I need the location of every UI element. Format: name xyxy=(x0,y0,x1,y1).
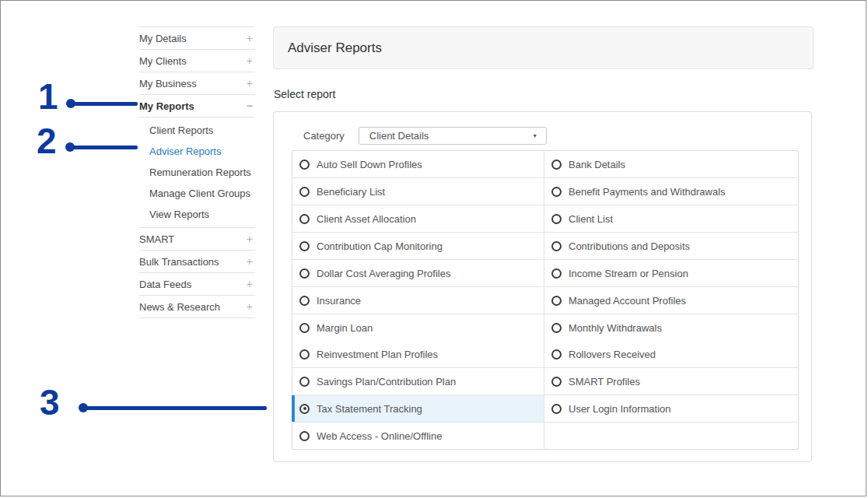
plus-icon[interactable]: + xyxy=(247,54,255,67)
table-row: Dollar Cost Averaging Profiles Income St… xyxy=(292,260,798,287)
radio-icon[interactable] xyxy=(551,268,562,279)
radio-icon[interactable] xyxy=(551,214,562,224)
my-reports-submenu: Client Reports Adviser Reports Remunerat… xyxy=(139,117,255,228)
report-option[interactable]: Beneficiary List xyxy=(292,178,544,205)
page-title: Adviser Reports xyxy=(288,40,382,56)
report-option-label: Savings Plan/Contribution Plan xyxy=(317,376,456,388)
report-option[interactable]: Web Access - Online/Offline xyxy=(292,423,544,449)
empty-option-slot xyxy=(544,423,798,449)
radio-icon[interactable] xyxy=(299,431,310,441)
radio-icon[interactable] xyxy=(551,349,562,359)
report-option[interactable]: Auto Sell Down Profiles xyxy=(292,151,544,177)
plus-icon[interactable]: + xyxy=(247,32,255,44)
table-row: Beneficiary List Benefit Payments and Wi… xyxy=(292,178,798,205)
sidebar-item-my-clients[interactable]: My Clients + xyxy=(139,50,255,72)
table-row: Tax Statement Tracking User Login Inform… xyxy=(292,395,798,423)
report-option[interactable]: Savings Plan/Contribution Plan xyxy=(292,368,544,395)
table-row: Contribution Cap Monitoring Contribution… xyxy=(292,233,798,260)
report-option[interactable]: Client List xyxy=(544,205,798,232)
report-cell: Web Access - Online/Offline xyxy=(292,423,544,449)
report-panel: Category Client Details ▾ Auto Sell Down… xyxy=(273,111,812,462)
radio-icon[interactable] xyxy=(551,404,562,414)
sidebar-item-adviser-reports[interactable]: Adviser Reports xyxy=(139,141,255,162)
radio-selected-icon[interactable] xyxy=(299,404,310,414)
radio-icon[interactable] xyxy=(551,160,562,170)
minus-icon[interactable]: − xyxy=(247,100,255,112)
select-report-label: Select report xyxy=(274,88,335,100)
radio-icon[interactable] xyxy=(551,377,562,387)
category-label: Category xyxy=(303,130,345,142)
sidebar-item-remuneration-reports[interactable]: Remuneration Reports xyxy=(139,162,255,183)
radio-icon[interactable] xyxy=(299,323,310,333)
sidebar-item-bulk-transactions[interactable]: Bulk Transactions + xyxy=(139,251,255,273)
report-cell: User Login Information xyxy=(544,395,798,422)
report-option[interactable]: Tax Statement Tracking xyxy=(292,395,544,422)
category-row: Category Client Details ▾ xyxy=(303,127,547,145)
sidebar-item-my-business[interactable]: My Business + xyxy=(139,72,255,95)
plus-icon[interactable]: + xyxy=(247,77,255,89)
radio-icon[interactable] xyxy=(299,187,310,197)
report-option-label: User Login Information xyxy=(569,403,671,415)
report-option[interactable]: Client Asset Allocation xyxy=(292,205,544,232)
plus-icon[interactable]: + xyxy=(247,278,255,290)
report-cell: Bank Details xyxy=(544,151,798,177)
sidebar-item-label: SMART xyxy=(139,233,174,245)
category-select[interactable]: Client Details ▾ xyxy=(359,127,547,145)
report-option[interactable]: Contribution Cap Monitoring xyxy=(292,233,544,259)
table-row: Auto Sell Down Profiles Bank Details xyxy=(292,151,798,178)
radio-icon[interactable] xyxy=(299,349,310,359)
sidebar-item-label: My Reports xyxy=(139,100,194,112)
radio-icon[interactable] xyxy=(551,323,562,333)
report-option[interactable]: User Login Information xyxy=(544,395,798,422)
plus-icon[interactable]: + xyxy=(247,300,255,313)
annotation-number-1: 1 xyxy=(38,79,58,114)
annotation-number-2: 2 xyxy=(37,123,57,159)
radio-icon[interactable] xyxy=(299,377,310,387)
page-title-panel: Adviser Reports xyxy=(273,26,814,69)
sidebar-item-data-feeds[interactable]: Data Feeds + xyxy=(139,273,255,296)
sidebar-item-view-reports[interactable]: View Reports xyxy=(139,204,255,225)
report-option[interactable]: Reinvestment Plan Profiles xyxy=(292,341,544,367)
annotation-line-1 xyxy=(72,102,138,106)
report-option-label: Web Access - Online/Offline xyxy=(317,430,442,442)
report-option[interactable]: Dollar Cost Averaging Profiles xyxy=(292,260,544,286)
radio-icon[interactable] xyxy=(299,214,310,224)
report-option-label: Reinvestment Plan Profiles xyxy=(317,349,438,360)
report-option-label: Auto Sell Down Profiles xyxy=(317,159,422,170)
report-option[interactable]: Managed Account Profiles xyxy=(544,287,798,314)
report-option-label: Tax Statement Tracking xyxy=(317,403,422,415)
sidebar-item-smart[interactable]: SMART + xyxy=(139,228,255,251)
table-row: Web Access - Online/Offline xyxy=(292,423,798,449)
sidebar-item-my-details[interactable]: My Details + xyxy=(139,27,255,50)
radio-icon[interactable] xyxy=(551,187,562,197)
report-option[interactable]: Margin Loan xyxy=(292,314,544,341)
report-option-label: Insurance xyxy=(317,295,361,307)
radio-icon[interactable] xyxy=(551,241,562,251)
sidebar-item-client-reports[interactable]: Client Reports xyxy=(139,120,255,141)
report-option[interactable]: Bank Details xyxy=(544,151,798,177)
report-option[interactable]: SMART Profiles xyxy=(544,368,798,395)
sidebar-item-manage-client-groups[interactable]: Manage Client Groups xyxy=(139,183,255,204)
sidebar-item-news-research[interactable]: News & Research + xyxy=(139,296,255,318)
plus-icon[interactable]: + xyxy=(247,255,255,268)
report-cell: Dollar Cost Averaging Profiles xyxy=(292,260,544,286)
radio-icon[interactable] xyxy=(299,268,310,279)
report-cell-empty xyxy=(544,423,798,449)
report-option[interactable]: Income Stream or Pension xyxy=(544,260,798,286)
report-option[interactable]: Rollovers Received xyxy=(544,341,798,367)
plus-icon[interactable]: + xyxy=(247,233,255,245)
report-option-label: Monthly Withdrawals xyxy=(569,322,662,334)
sidebar-item-label: News & Research xyxy=(139,301,220,313)
report-option[interactable]: Monthly Withdrawals xyxy=(544,314,798,341)
radio-icon[interactable] xyxy=(299,160,310,170)
report-option[interactable]: Contributions and Deposits xyxy=(544,233,798,259)
sidebar-item-label: My Clients xyxy=(139,55,187,67)
sidebar-item-label: Bulk Transactions xyxy=(139,256,219,268)
report-cell: Income Stream or Pension xyxy=(544,260,798,286)
radio-icon[interactable] xyxy=(551,296,562,306)
report-option[interactable]: Benefit Payments and Withdrawals xyxy=(544,178,798,205)
radio-icon[interactable] xyxy=(299,241,310,251)
radio-icon[interactable] xyxy=(299,296,310,306)
report-option[interactable]: Insurance xyxy=(292,287,544,314)
sidebar-item-my-reports[interactable]: My Reports − xyxy=(139,95,255,117)
